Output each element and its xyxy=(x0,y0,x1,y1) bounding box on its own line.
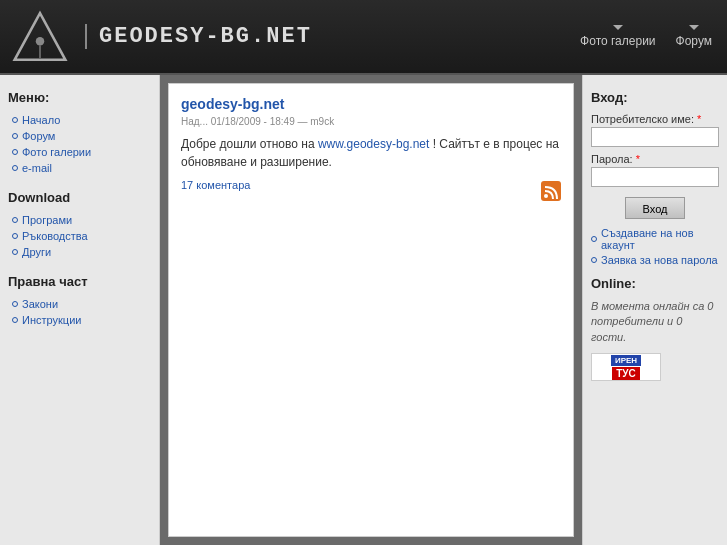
required-star: * xyxy=(697,113,701,125)
sidebar-item-other[interactable]: Други xyxy=(8,244,151,260)
sidebar-item-photo[interactable]: Фото галерии xyxy=(8,144,151,160)
bullet-icon xyxy=(12,317,18,323)
username-input[interactable] xyxy=(591,127,719,147)
username-label: Потребителско име: * xyxy=(591,113,719,125)
sidebar-item-instructions[interactable]: Инструкции xyxy=(8,312,151,328)
post-link[interactable]: www.geodesy-bg.net xyxy=(318,137,429,151)
password-input[interactable] xyxy=(591,167,719,187)
bullet-icon xyxy=(12,233,18,239)
sidebar-item-home[interactable]: Начало xyxy=(8,112,151,128)
sidebar-item-programs[interactable]: Програми xyxy=(8,212,151,228)
sidebar: Меню: Начало Форум Фото галерии e-mail D… xyxy=(0,75,160,545)
bullet-icon xyxy=(12,301,18,307)
svg-point-1 xyxy=(36,37,44,45)
online-section: Online: В момента онлайн са 0 потребител… xyxy=(591,276,719,381)
svg-point-4 xyxy=(544,194,548,198)
nav-forum[interactable]: Форум xyxy=(676,25,712,48)
password-label: Парола: * xyxy=(591,153,719,165)
dropdown-arrow-icon xyxy=(613,25,623,30)
sidebar-item-laws[interactable]: Закони xyxy=(8,296,151,312)
counter-box: ИРЕН ТУС xyxy=(591,353,661,381)
bullet-icon xyxy=(12,165,18,171)
logo-icon xyxy=(10,9,70,64)
sidebar-section-title-download: Download xyxy=(8,190,151,207)
reset-password-link[interactable]: Заявка за нова парола xyxy=(591,254,719,266)
online-section-title: Online: xyxy=(591,276,719,291)
login-section-title: Вход: xyxy=(591,90,719,105)
post-title[interactable]: geodesy-bg.net xyxy=(181,96,561,112)
post-meta: Над... 01/18/2009 - 18:49 — m9ck xyxy=(181,116,561,127)
bullet-icon xyxy=(591,236,597,242)
sidebar-section-title-menu: Меню: xyxy=(8,90,151,107)
sidebar-section-title-legal: Правна част xyxy=(8,274,151,291)
create-account-link[interactable]: Създаване на нов акаунт xyxy=(591,227,719,251)
logo-area: GEODESY-BG.NET xyxy=(10,9,312,64)
nav-photo-galleries[interactable]: Фото галерии xyxy=(580,25,655,48)
dropdown-arrow-icon xyxy=(689,25,699,30)
required-star-password: * xyxy=(636,153,640,165)
site-title: GEODESY-BG.NET xyxy=(85,24,312,49)
online-text: В момента онлайн са 0 потребители и 0 го… xyxy=(591,299,719,345)
svg-rect-3 xyxy=(541,181,561,201)
main-wrapper: Меню: Начало Форум Фото галерии e-mail D… xyxy=(0,75,727,545)
rss-icon xyxy=(541,181,561,201)
header-nav: Фото галерии Форум xyxy=(580,25,712,48)
post-body: Добре дошли отново на www.geodesy-bg.net… xyxy=(181,135,561,171)
bullet-icon xyxy=(12,217,18,223)
bullet-icon xyxy=(591,257,597,263)
sidebar-item-forum[interactable]: Форум xyxy=(8,128,151,144)
right-panel: Вход: Потребителско име: * Парола: * Вхо… xyxy=(582,75,727,545)
bullet-icon xyxy=(12,117,18,123)
sidebar-item-manuals[interactable]: Ръководства xyxy=(8,228,151,244)
sidebar-item-email[interactable]: e-mail xyxy=(8,160,151,176)
bullet-icon xyxy=(12,149,18,155)
login-button[interactable]: Вход xyxy=(625,197,685,219)
content-area: geodesy-bg.net Над... 01/18/2009 - 18:49… xyxy=(168,83,574,537)
bullet-icon xyxy=(12,133,18,139)
counter-value: ТУС xyxy=(612,367,640,380)
header: GEODESY-BG.NET Фото галерии Форум xyxy=(0,0,727,75)
bullet-icon xyxy=(12,249,18,255)
counter-label: ИРЕН xyxy=(611,355,641,366)
